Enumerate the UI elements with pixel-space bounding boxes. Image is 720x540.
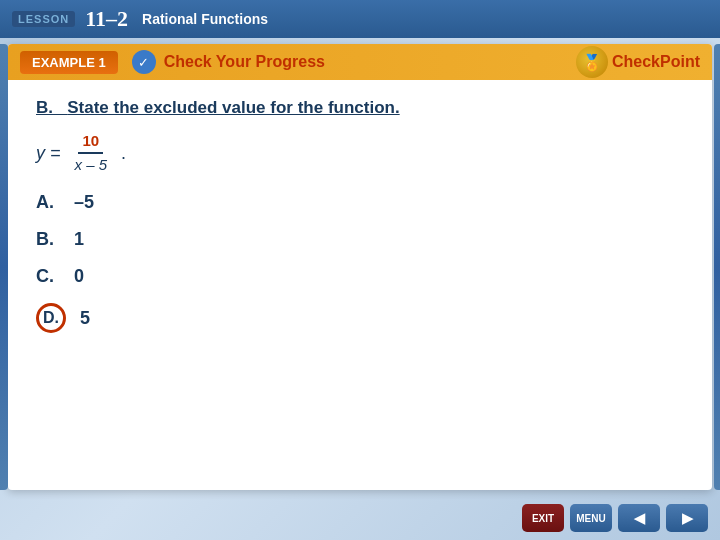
checkpoint-text: CheckPoint [612,53,700,71]
prev-button[interactable]: ◀ [618,504,660,532]
fraction-numerator: 10 [78,132,103,154]
formula-end: . [121,143,126,164]
exit-button[interactable]: EXIT [522,504,564,532]
checkpoint-badge: 🏅 CheckPoint [576,46,700,78]
option-a[interactable]: A. –5 [36,192,684,213]
main-content-card: EXAMPLE 1 ✓ Check Your Progress 🏅 CheckP… [8,44,712,490]
question-body: State the excluded value for the functio… [67,98,400,117]
lesson-label: LESSON [12,11,75,27]
question-text: B. State the excluded value for the func… [36,98,684,118]
question-letter: B. [36,98,53,117]
checkpoint-logo-icon: 🏅 [576,46,608,78]
content-area: B. State the excluded value for the func… [8,80,712,490]
side-decoration-left [0,44,8,490]
option-a-value: –5 [74,192,94,213]
fraction: 10 x – 5 [71,132,112,174]
check-icon: ✓ [132,50,156,74]
fraction-denominator: x – 5 [71,154,112,174]
answer-options: A. –5 B. 1 C. 0 D. 5 [36,192,684,333]
next-button[interactable]: ▶ [666,504,708,532]
app-container: LESSON 11–2 Rational Functions EXAMPLE 1… [0,0,720,540]
top-bar: LESSON 11–2 Rational Functions [0,0,720,38]
option-c-value: 0 [74,266,84,287]
option-b-value: 1 [74,229,84,250]
formula-y-label: y = [36,143,61,164]
option-d-circle: D. [36,303,66,333]
check-your-progress-label: Check Your Progress [164,53,325,71]
option-a-letter: A. [36,192,60,213]
formula-area: y = 10 x – 5 . [36,132,684,174]
example-badge: EXAMPLE 1 [20,51,118,74]
option-c[interactable]: C. 0 [36,266,684,287]
option-c-letter: C. [36,266,60,287]
lesson-title: Rational Functions [142,11,268,27]
option-b-letter: B. [36,229,60,250]
lesson-number: 11–2 [85,6,128,32]
option-d[interactable]: D. 5 [36,303,684,333]
menu-button[interactable]: MENU [570,504,612,532]
side-decoration-right [714,44,720,490]
example-header: EXAMPLE 1 ✓ Check Your Progress 🏅 CheckP… [8,44,712,80]
option-d-value: 5 [80,308,90,329]
option-b[interactable]: B. 1 [36,229,684,250]
bottom-navigation: EXIT MENU ◀ ▶ [522,504,708,532]
